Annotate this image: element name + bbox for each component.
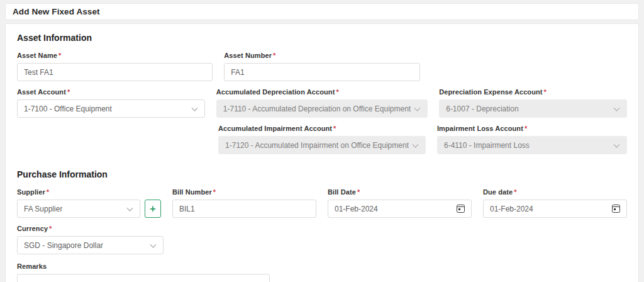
field-asset-number: Asset Number* [224,52,419,81]
chevron-down-icon [614,104,620,111]
field-bill-date: Bill Date* 01-Feb-2024 [328,188,472,218]
required-asterisk: * [357,188,360,196]
remarks-textarea[interactable] [17,274,270,282]
field-supplier: Supplier* FA Supplier + [17,188,161,218]
required-asterisk: * [67,88,70,96]
required-asterisk: * [525,125,527,132]
required-asterisk: * [333,125,336,132]
accumulated-impairment-account-value: 1-7120 - Accumulated Impairment on Offic… [225,141,409,150]
required-asterisk: * [336,88,338,96]
field-asset-account: Asset Account* 1-7100 - Office Equipment [17,88,205,118]
bill-number-input[interactable] [172,200,316,218]
bill-number-label: Bill Number* [172,188,316,196]
asset-info-row-1: Asset Name* Asset Number* [17,52,627,81]
accumulated-depreciation-account-value: 1-7110 - Accumulated Depreciation on Off… [223,104,411,113]
field-accumulated-depreciation-account: Accumulated Depreciation Account* 1-7110… [216,88,428,118]
asset-name-label: Asset Name* [17,52,213,59]
fixed-asset-form: Asset Information Asset Name* Asset Numb… [5,23,639,282]
field-bill-number: Bill Number* [172,188,316,218]
currency-select[interactable]: SGD - Singapore Dollar [17,236,164,254]
supplier-label: Supplier* [17,188,161,196]
bill-date-value: 01-Feb-2024 [335,205,378,213]
accumulated-impairment-account-select: 1-7120 - Accumulated Impairment on Offic… [218,136,426,154]
depreciation-expense-account-value: 6-1007 - Depreciation [446,104,518,113]
field-impairment-loss-account: Impairment Loss Account* 6-4110 - Impair… [437,125,627,154]
field-accumulated-impairment-account: Accumulated Impairment Account* 1-7120 -… [218,125,426,154]
depreciation-expense-account-select: 6-1007 - Depreciation [439,99,627,118]
asset-account-select[interactable]: 1-7100 - Office Equipment [17,99,205,118]
accumulated-depreciation-account-select: 1-7110 - Accumulated Depreciation on Off… [216,99,428,118]
chevron-down-icon [414,104,421,111]
asset-name-input[interactable] [17,63,213,81]
plus-icon: + [150,204,155,214]
field-remarks: Remarks [17,262,627,282]
required-asterisk: * [213,188,216,196]
currency-label: Currency* [17,225,164,232]
calendar-icon[interactable] [457,205,465,213]
asset-information-heading: Asset Information [17,33,631,43]
chevron-down-icon [191,104,197,111]
chevron-down-icon [614,141,620,147]
page-header: Add New Fixed Asset [5,3,639,20]
chevron-down-icon [127,205,133,211]
supplier-select[interactable]: FA Supplier [17,200,140,218]
chevron-down-icon [413,141,419,147]
chevron-down-icon [150,241,157,247]
asset-account-value: 1-7100 - Office Equipment [24,104,112,113]
page: Add New Fixed Asset Asset Information As… [0,0,644,282]
due-date-input[interactable]: 01-Feb-2024 [483,200,627,218]
asset-number-input[interactable] [224,63,419,81]
calendar-icon[interactable] [612,205,620,213]
impairment-loss-account-label: Impairment Loss Account* [437,125,627,132]
asset-number-label: Asset Number* [224,52,419,59]
remarks-wrapper [17,274,270,282]
impairment-loss-account-select: 6-4110 - Impairment Loss [437,136,627,154]
accumulated-impairment-account-label: Accumulated Impairment Account* [218,125,426,132]
currency-value: SGD - Singapore Dollar [24,241,103,250]
due-date-value: 01-Feb-2024 [490,205,533,213]
due-date-label: Due date* [483,188,627,196]
bill-date-label: Bill Date* [328,188,472,196]
required-asterisk: * [273,52,275,59]
impairment-loss-account-value: 6-4110 - Impairment Loss [444,141,530,150]
required-asterisk: * [47,188,49,196]
field-due-date: Due date* 01-Feb-2024 [483,188,627,218]
required-asterisk: * [544,88,547,96]
purchase-information-heading: Purchase Information [17,169,631,179]
asset-info-row-3: Accumulated Impairment Account* 1-7120 -… [17,125,627,154]
required-asterisk: * [58,52,61,59]
field-asset-name: Asset Name* [17,52,213,81]
remarks-label: Remarks [17,262,627,270]
purchase-info-row-1: Supplier* FA Supplier + Bill Number* Bil… [17,188,627,218]
bill-date-input[interactable]: 01-Feb-2024 [328,200,472,218]
purchase-info-row-3: Remarks [17,262,627,282]
accumulated-depreciation-account-label: Accumulated Depreciation Account* [216,88,428,96]
supplier-group: FA Supplier + [17,200,161,218]
section-asset-information: Asset Information Asset Name* Asset Numb… [13,33,631,154]
page-title: Add New Fixed Asset [13,7,100,16]
purchase-info-row-2: Currency* SGD - Singapore Dollar [17,225,164,254]
supplier-value: FA Supplier [24,205,62,213]
field-currency: Currency* SGD - Singapore Dollar [17,225,164,254]
required-asterisk: * [49,225,52,232]
section-purchase-information: Purchase Information Supplier* FA Suppli… [13,169,631,282]
required-asterisk: * [514,188,516,196]
depreciation-expense-account-label: Depreciation Expense Account* [439,88,627,96]
add-supplier-button[interactable]: + [145,200,161,218]
asset-info-row-2: Asset Account* 1-7100 - Office Equipment… [17,88,627,118]
field-depreciation-expense-account: Depreciation Expense Account* 6-1007 - D… [439,88,627,118]
asset-account-label: Asset Account* [17,88,205,96]
